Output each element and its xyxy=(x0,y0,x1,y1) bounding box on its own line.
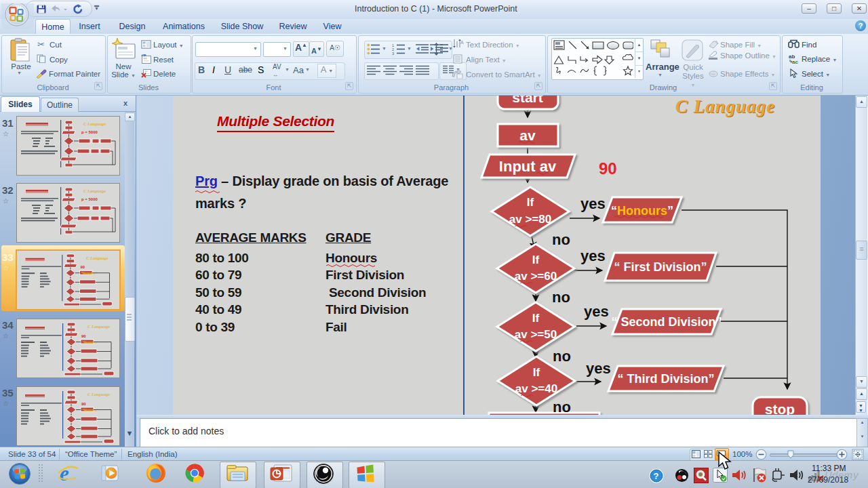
svg-text:p = 5000: p = 5000 xyxy=(81,197,98,201)
svg-text:If: If xyxy=(533,366,540,379)
svg-text:“Honours”: “Honours” xyxy=(611,204,673,218)
svg-text:no: no xyxy=(553,348,571,365)
svg-text:90: 90 xyxy=(81,265,85,269)
svg-text:90: 90 xyxy=(599,159,617,178)
svg-text:yes: yes xyxy=(586,360,611,377)
svg-text:If: If xyxy=(532,312,540,325)
svg-text:yes: yes xyxy=(580,195,606,212)
svg-text:av >=60: av >=60 xyxy=(515,270,557,283)
svg-text:A: A xyxy=(460,40,464,45)
svg-text:start: start xyxy=(512,96,543,105)
svg-text:av >=50: av >=50 xyxy=(515,328,557,341)
svg-text:yes: yes xyxy=(584,303,609,320)
svg-text:?: ? xyxy=(654,471,659,481)
svg-text:C Language: C Language xyxy=(86,256,108,260)
svg-text:C Language: C Language xyxy=(83,121,106,126)
svg-text:“ First Division”: “ First Division” xyxy=(614,260,707,274)
svg-text:“ Second Division”: “ Second Division” xyxy=(611,315,722,329)
svg-text:3: 3 xyxy=(392,52,394,56)
svg-text:“Honours”: “Honours” xyxy=(81,272,97,275)
svg-text:C Language: C Language xyxy=(83,188,106,193)
svg-text:Input av: Input av xyxy=(499,158,557,175)
svg-text:If: If xyxy=(532,253,540,266)
svg-text:If: If xyxy=(527,196,534,209)
svg-text:ac: ac xyxy=(792,59,798,64)
svg-text:e: e xyxy=(60,462,69,485)
svg-text:av: av xyxy=(519,127,536,143)
svg-text:no: no xyxy=(552,289,570,306)
svg-text:yes: yes xyxy=(580,247,606,264)
svg-text:“ Third Division”: “ Third Division” xyxy=(617,372,714,386)
svg-text:av >=80: av >=80 xyxy=(509,213,551,226)
svg-text:no: no xyxy=(553,399,571,415)
svg-text:p = 5000: p = 5000 xyxy=(81,130,98,134)
svg-text:stop: stop xyxy=(765,401,795,415)
svg-text:no: no xyxy=(552,231,570,248)
svg-text:av >=40: av >=40 xyxy=(515,382,557,395)
